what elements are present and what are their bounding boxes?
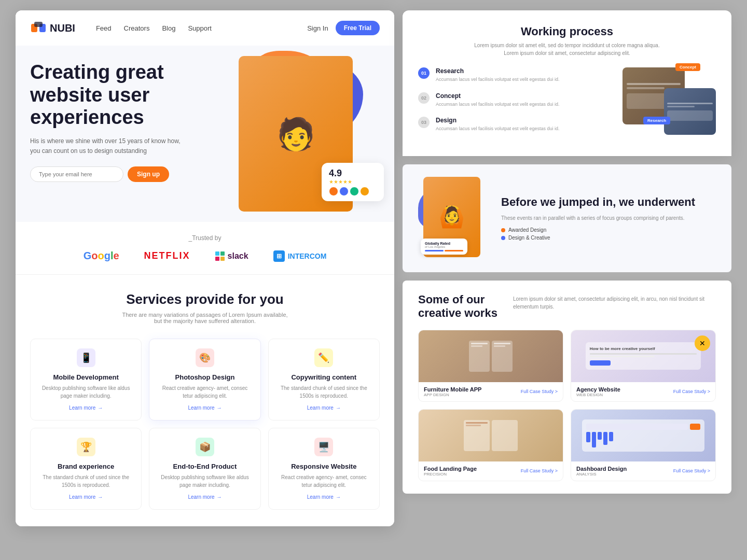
food-card (464, 420, 490, 451)
service-desc-1: React creative agency- amet, consec tetu… (157, 384, 253, 400)
agency-btn (590, 360, 611, 366)
trusted-logos: Google NETFLIX slack ⊞ INTER (30, 250, 380, 262)
service-name-4: End-to-End Product (157, 463, 253, 470)
step-name-2: Concept (436, 92, 560, 100)
service-name-1: Photoshop Design (157, 373, 253, 381)
agency-x-icon: ✕ (695, 335, 710, 351)
furniture-card-1 (469, 341, 490, 372)
works-grid: Furniture Mobile APP APP DESIGN Full Cas… (418, 330, 716, 481)
hero-section: Creating great website user experiences … (16, 46, 394, 222)
furniture-card-2 (492, 341, 513, 372)
avatar-1 (329, 187, 338, 196)
service-link-4[interactable]: Learn more → (157, 494, 253, 500)
service-desc-5: React creative agency- amet, consec tetu… (276, 473, 372, 489)
services-title: Services provide for you (30, 291, 380, 307)
step-desc-3: Accumsan lacus vel facilisis volutpat es… (436, 125, 560, 132)
img-line-3 (667, 103, 713, 104)
nav-feed[interactable]: Feed (96, 24, 112, 32)
globally-rated-items (425, 250, 463, 251)
work-link-0[interactable]: Full Case Study > (521, 389, 558, 394)
free-trial-button[interactable]: Free Trial (336, 21, 380, 35)
slack-icon (215, 251, 225, 261)
work-img-2 (419, 410, 563, 461)
globally-rated-sub: of Los Angeles (425, 245, 463, 248)
before-item-0: Awarded Design (501, 227, 716, 233)
services-section: Services provide for you There are many … (16, 275, 394, 526)
service-name-3: Brand experience (38, 463, 134, 470)
agency-mockup: How to be more creative yourself ✕ (586, 342, 701, 370)
before-text: Before we jumped in, we underwent These … (501, 195, 716, 241)
work-card-1: How to be more creative yourself ✕ Agenc… (571, 330, 716, 402)
dashboard-mockup (582, 419, 704, 452)
rated-bar-2 (445, 250, 463, 251)
work-name-3: Dashboard Design ANALYSIS (576, 466, 627, 477)
working-subtitle: Lorem ipsum dolor sit amet elit, sed do … (418, 41, 716, 57)
hero-text: Creating great website user experiences … (30, 61, 206, 182)
process-img-2-content (664, 100, 716, 124)
before-item-1: Design & Creative (501, 235, 716, 241)
step-name-1: Research (436, 67, 560, 75)
globally-rated-badge: Globally Rated of Los Angeles (421, 239, 467, 255)
nav-support[interactable]: Support (188, 24, 212, 32)
services-grid: 📱 Mobile Development Desktop publishing … (30, 339, 380, 510)
before-image-area: 🙆 Globally Rated of Los Angeles (418, 177, 491, 260)
before-items: Awarded Design Design & Creative (501, 227, 716, 241)
work-info-1: Agency Website WEB DESIGN Full Case Stud… (571, 382, 715, 401)
service-link-5[interactable]: Learn more → (276, 494, 372, 500)
before-section: 🙆 Globally Rated of Los Angeles Before w… (403, 164, 731, 272)
intercom-icon: ⊞ (273, 250, 285, 262)
services-subtitle: There are many variations of passages of… (30, 312, 380, 324)
img-line-1 (627, 83, 681, 85)
rating-number: 4.9 (329, 168, 377, 179)
img-line-4 (667, 106, 695, 107)
service-card-1: 🎨 Photoshop Design React creative agency… (149, 339, 260, 421)
work-img-3 (571, 410, 715, 461)
service-link-3[interactable]: Learn more → (38, 494, 134, 500)
signin-button[interactable]: Sign In (307, 24, 328, 32)
service-desc-0: Desktop publishing software like aldus p… (38, 384, 134, 400)
nav-creators[interactable]: Creators (124, 24, 150, 32)
before-title: Before we jumped in, we underwent (501, 195, 716, 209)
service-desc-4: Desktop publishing software like aldus p… (157, 473, 253, 489)
signup-button[interactable]: Sign up (128, 166, 169, 182)
service-name-0: Mobile Development (38, 373, 134, 381)
step-desc-2: Accumsan lacus vel facilisis volutpat es… (436, 101, 560, 108)
service-link-2[interactable]: Learn more → (276, 405, 372, 411)
left-panel: NUBI Feed Creators Blog Support Sign In … (16, 10, 394, 526)
step-content-3: Design Accumsan lacus vel facilisis volu… (436, 117, 560, 132)
service-card-5: 🖥️ Responsive Website React creative age… (268, 428, 380, 510)
google-logo: Google (84, 250, 119, 262)
work-name-0: Furniture Mobile APP APP DESIGN (424, 386, 481, 397)
work-link-3[interactable]: Full Case Study > (673, 468, 710, 473)
trusted-label: _Trusted by (30, 234, 380, 242)
step-2: 02 Concept Accumsan lacus vel facilisis … (418, 92, 612, 108)
work-link-2[interactable]: Full Case Study > (521, 468, 558, 473)
email-input[interactable] (30, 166, 123, 182)
service-icon-2: ✏️ (314, 348, 333, 367)
step-content-2: Concept Accumsan lacus vel facilisis vol… (436, 92, 560, 108)
step-3: 03 Design Accumsan lacus vel facilisis v… (418, 117, 612, 132)
intercom-logo: ⊞ INTERCOM (273, 250, 327, 262)
service-card-3: 🏆 Brand experience The standard chunk of… (30, 428, 142, 510)
hero-title: Creating great website user experiences (30, 61, 206, 129)
service-icon-1: 🎨 (196, 348, 214, 367)
logo[interactable]: NUBI (30, 20, 75, 36)
logo-icon (30, 20, 47, 36)
step-name-3: Design (436, 117, 560, 124)
nav-blog[interactable]: Blog (162, 24, 175, 32)
dot-blue-1 (501, 236, 505, 240)
process-img-2 (664, 88, 716, 135)
dot-orange-0 (501, 228, 505, 232)
slack-logo: slack (215, 251, 248, 261)
nav-actions: Sign In Free Trial (307, 21, 380, 35)
service-desc-2: The standard chunk of used since the 150… (276, 384, 372, 400)
navbar: NUBI Feed Creators Blog Support Sign In … (16, 10, 394, 46)
food-mockup (460, 416, 522, 455)
work-link-1[interactable]: Full Case Study > (673, 389, 710, 394)
service-desc-3: The standard chunk of used since the 150… (38, 473, 134, 489)
service-link-1[interactable]: Learn more → (157, 405, 253, 411)
step-num-3: 03 (418, 117, 430, 128)
service-link-0[interactable]: Learn more → (38, 405, 134, 411)
working-title: Working process (418, 25, 716, 38)
works-title: Some of ourcreative works (418, 293, 497, 320)
